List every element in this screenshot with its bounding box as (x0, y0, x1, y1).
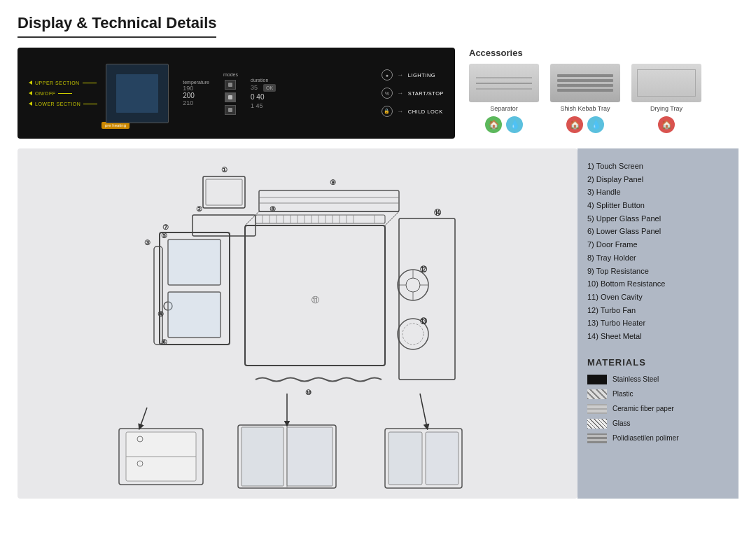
part-14: 14) Sheet Metal (587, 330, 729, 343)
display-panel: UPPER SECTION ON/OFF LOWER SECTION pre h… (18, 48, 455, 139)
material-polimer: Polidiasetilen polimer (587, 433, 729, 443)
part-11: 11) Oven Cavity (587, 291, 729, 304)
display-labels: UPPER SECTION ON/OFF LOWER SECTION pre h… (29, 81, 97, 106)
lower-section-label: LOWER SECTION (29, 102, 97, 106)
material-ceramic: Ceramic fiber paper (587, 404, 729, 414)
child-lock-icon: 🔒 (382, 106, 393, 117)
materials-title: MATERIALS (587, 357, 729, 368)
svg-text:⑫: ⑫ (420, 265, 428, 273)
svg-rect-16 (168, 292, 220, 338)
svg-text:③: ③ (144, 239, 150, 246)
part-13: 13) Turbo Heater (587, 317, 729, 330)
part-10: 10) Bottom Resistance (587, 277, 729, 291)
bottom-section: ⑨ ① ② ③ ④ ⑤ (18, 148, 738, 499)
part-1: 1) Touch Screen (587, 160, 729, 173)
lighting-icon: ● (382, 69, 393, 81)
separator-icon-1: 🏠 (485, 116, 502, 133)
swatch-ceramic (587, 404, 607, 414)
svg-text:②: ② (196, 205, 202, 213)
kebab-icon-2: 💧 (587, 116, 604, 133)
page-container: Display & Technical Details UPPER SECTIO… (0, 0, 756, 535)
swatch-glass (587, 419, 607, 429)
modes-column: modes (223, 72, 238, 115)
svg-rect-62 (241, 427, 284, 486)
start-stop-function: % → START/STOP (382, 88, 444, 99)
parts-list: 1) Touch Screen 2) Display Panel 3) Hand… (587, 160, 729, 343)
part-6: 6) Lower Glass Panel (587, 225, 729, 238)
kebab-label: Shish Kebab Tray (560, 105, 610, 112)
part-12: 12) Turbo Fan (587, 304, 729, 317)
kebab-icons: 🏠 💧 (566, 116, 604, 133)
exploded-diagram-svg: ⑨ ① ② ③ ④ ⑤ (18, 148, 578, 499)
svg-text:⑦: ⑦ (162, 223, 169, 231)
svg-text:④: ④ (158, 310, 164, 318)
drying-label: Drying Tray (650, 105, 682, 112)
swatch-polimer (587, 433, 607, 443)
lighting-function: ● → LIGHTING (382, 69, 444, 81)
duration-column: duration 35 OK 0 40 1 45 (251, 78, 276, 109)
temp-column: temperature 190 200 210 (183, 80, 209, 106)
ok-button[interactable]: OK (263, 84, 276, 92)
svg-rect-66 (426, 432, 458, 485)
materials-section: MATERIALS Stainless Steel Plastic Cerami… (587, 357, 729, 443)
accessory-drying: Drying Tray 🏠 (631, 64, 701, 133)
drying-image (631, 64, 701, 102)
part-3: 3) Handle (587, 186, 729, 199)
accessory-separator: Separator 🏠 💧 (469, 64, 539, 133)
svg-text:⑩: ⑩ (305, 389, 312, 396)
on-off-label: ON/OFF (29, 91, 97, 96)
mode-box-1 (225, 80, 236, 90)
part-4: 4) Splitter Button (587, 199, 729, 212)
pre-heating-badge: pre heating (102, 122, 130, 129)
upper-section-label: UPPER SECTION (29, 81, 97, 85)
part-5: 5) Upper Glass Panel (587, 212, 729, 225)
accessories-items: Separator 🏠 💧 (469, 64, 738, 133)
kebab-image (550, 64, 620, 102)
right-panel: 1) Touch Screen 2) Display Panel 3) Hand… (578, 148, 738, 499)
mode-box-2 (225, 92, 236, 102)
start-stop-icon: % (382, 88, 393, 99)
separator-icon-2: 💧 (506, 116, 523, 133)
swatch-stainless (587, 375, 607, 384)
separator-label: Separator (490, 105, 518, 112)
separator-image (469, 64, 539, 102)
part-8: 8) Tray Holder (587, 251, 729, 265)
page-title: Display & Technical Details (18, 14, 216, 38)
label-stainless: Stainless Steel (612, 375, 659, 383)
top-section: UPPER SECTION ON/OFF LOWER SECTION pre h… (18, 48, 738, 139)
svg-rect-65 (388, 432, 422, 485)
display-functions: ● → LIGHTING % → START/STOP 🔒 → CHILD LO… (382, 69, 444, 117)
material-stainless: Stainless Steel (587, 375, 729, 384)
drying-icon-1: 🏠 (658, 116, 675, 133)
label-glass: Glass (612, 419, 631, 427)
accessories-panel: Accessories Separator 🏠 💧 (469, 48, 738, 133)
svg-text:⑭: ⑭ (434, 209, 442, 216)
svg-rect-63 (287, 427, 332, 486)
swatch-plastic (587, 389, 607, 399)
kebab-icon-1: 🏠 (566, 116, 583, 133)
svg-text:⑬: ⑬ (420, 317, 428, 325)
svg-text:⑨: ⑨ (330, 179, 336, 186)
label-ceramic: Ceramic fiber paper (612, 405, 674, 412)
label-plastic: Plastic (612, 390, 633, 398)
material-glass: Glass (587, 419, 729, 429)
separator-icons: 🏠 💧 (485, 116, 523, 133)
drying-icons: 🏠 (658, 116, 675, 133)
svg-text:①: ① (221, 166, 227, 174)
part-7: 7) Door Frame (587, 238, 729, 251)
display-screen (106, 64, 169, 123)
accessory-kebab: Shish Kebab Tray 🏠 💧 (550, 64, 620, 133)
svg-text:⑪: ⑪ (312, 296, 319, 304)
part-2: 2) Display Panel (587, 173, 729, 186)
mode-box-3 (225, 105, 236, 115)
material-plastic: Plastic (587, 389, 729, 399)
label-polimer: Polidiasetilen polimer (612, 434, 679, 442)
part-9: 9) Top Resistance (587, 265, 729, 278)
screen-inner (116, 74, 158, 113)
accessories-title: Accessories (469, 48, 738, 58)
child-lock-function: 🔒 → CHILD LOCK (382, 106, 444, 117)
diagram-panel: ⑨ ① ② ③ ④ ⑤ (18, 148, 578, 499)
svg-rect-14 (168, 239, 220, 285)
